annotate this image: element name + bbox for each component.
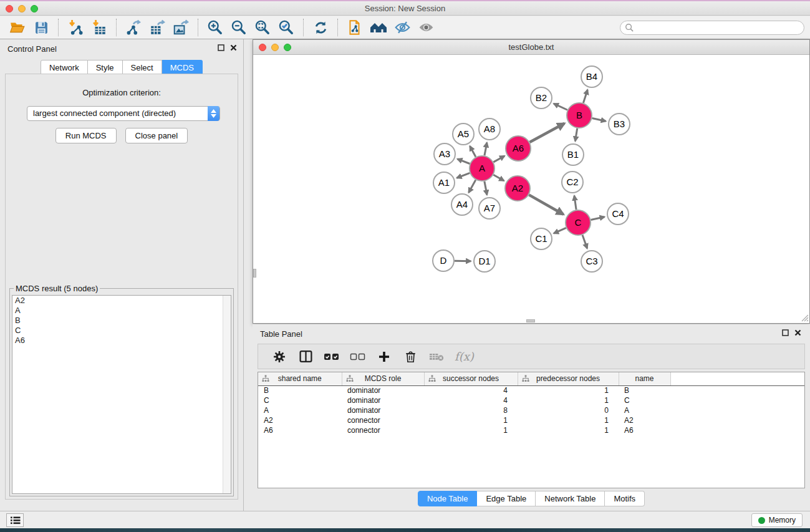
graph-node-A7[interactable]: A7	[479, 198, 500, 219]
zoom-in-icon[interactable]	[206, 18, 224, 37]
graph-edge-C-C2[interactable]	[574, 196, 576, 210]
run-mcds-button[interactable]: Run MCDS	[55, 128, 117, 143]
zoom-window-icon[interactable]	[31, 5, 38, 12]
graph-node-C[interactable]: C	[566, 210, 591, 235]
graph-node-A[interactable]: A	[470, 156, 494, 181]
cell-predecessor_nodes[interactable]: 1	[518, 395, 619, 405]
column-header-shared-name[interactable]: shared name	[258, 372, 342, 385]
graph-edge-B-B1[interactable]	[575, 128, 577, 142]
minimize-window-icon[interactable]	[18, 5, 26, 12]
table-row[interactable]: Bdominator41B	[258, 385, 804, 395]
mcds-result-item[interactable]: A2	[12, 296, 231, 306]
graph-node-C4[interactable]: C4	[607, 203, 629, 225]
graph-node-D[interactable]: D	[433, 250, 454, 271]
table-row[interactable]: Adominator80A	[258, 405, 804, 415]
cell-shared_name[interactable]: A	[258, 405, 342, 415]
graph-node-A3[interactable]: A3	[434, 143, 455, 165]
table-row[interactable]: A2connector11A2	[258, 415, 804, 425]
cell-name[interactable]: A6	[619, 425, 670, 435]
hide-selected-icon[interactable]	[393, 18, 412, 37]
memory-button[interactable]: Memory	[751, 513, 803, 527]
settings-icon[interactable]	[270, 347, 289, 366]
cell-shared_name[interactable]: A2	[258, 415, 342, 425]
import-network-icon[interactable]	[66, 18, 85, 37]
cell-mcds_role[interactable]: dominator	[342, 405, 424, 415]
graph-node-B4[interactable]: B4	[581, 66, 602, 87]
table-row[interactable]: A6connector11A6	[258, 425, 804, 435]
graph-node-C1[interactable]: C1	[531, 228, 552, 249]
graph-edge-B-B4[interactable]	[583, 90, 587, 103]
float-table-panel-icon[interactable]	[782, 329, 789, 336]
cell-successor_nodes[interactable]: 1	[424, 415, 518, 425]
zoom-network-window-icon[interactable]	[284, 44, 291, 51]
column-header-MCDS-role[interactable]: MCDS role	[342, 372, 424, 385]
graph-edge-A-A4[interactable]	[469, 180, 476, 192]
new-network-from-selection-icon[interactable]	[345, 18, 364, 37]
graph-edge-C-C3[interactable]	[582, 235, 587, 248]
delete-column-icon[interactable]	[401, 347, 420, 366]
column-view-icon[interactable]	[296, 347, 315, 366]
network-window-titlebar[interactable]: testGlobe.txt	[253, 40, 809, 55]
add-column-icon[interactable]	[375, 347, 393, 366]
graph-edge-A2-C[interactable]	[529, 195, 563, 214]
graph-edge-B-B2[interactable]	[554, 104, 567, 110]
export-image-icon[interactable]	[171, 18, 190, 37]
zoom-out-icon[interactable]	[229, 18, 248, 37]
cell-successor_nodes[interactable]: 4	[424, 385, 518, 395]
cell-mcds_role[interactable]: dominator	[342, 385, 424, 395]
tab-edge-table[interactable]: Edge Table	[477, 491, 536, 506]
export-table-icon[interactable]	[148, 18, 166, 37]
tab-motifs[interactable]: Motifs	[605, 491, 645, 506]
cell-predecessor_nodes[interactable]: 1	[518, 425, 619, 435]
graph-node-C3[interactable]: C3	[581, 251, 602, 272]
graph-edge-A-A2[interactable]	[493, 175, 504, 180]
close-panel-icon[interactable]	[230, 44, 237, 51]
graph-node-D1[interactable]: D1	[474, 251, 495, 272]
cell-name[interactable]: A	[619, 405, 670, 415]
cell-successor_nodes[interactable]: 4	[424, 395, 518, 405]
cell-successor_nodes[interactable]: 8	[424, 405, 518, 415]
mcds-result-item[interactable]: A6	[12, 336, 231, 346]
cell-name[interactable]: B	[619, 385, 670, 395]
graph-node-B2[interactable]: B2	[531, 87, 552, 109]
mcds-result-item[interactable]: C	[12, 326, 231, 336]
float-panel-icon[interactable]	[218, 44, 224, 51]
window-resize-grip[interactable]	[799, 312, 809, 322]
column-header-successor-nodes[interactable]: successor nodes	[424, 372, 518, 385]
tab-node-table[interactable]: Node Table	[418, 491, 478, 506]
graph-edge-A-A6[interactable]	[493, 156, 504, 162]
close-panel-button[interactable]: Close panel	[125, 128, 188, 143]
graph-edge-C-C1[interactable]	[554, 228, 566, 233]
cell-shared_name[interactable]: A6	[258, 425, 342, 435]
network-canvas[interactable]: B4B2BB3A8A5A6A3B1AC2A1A2A4A7C4CC1DD1C3	[253, 55, 809, 322]
task-history-button[interactable]	[6, 513, 24, 527]
import-table-icon[interactable]	[90, 18, 108, 37]
cell-mcds_role[interactable]: connector	[342, 415, 424, 425]
graph-node-B1[interactable]: B1	[562, 144, 584, 165]
show-hidden-icon[interactable]	[417, 18, 435, 37]
graph-node-A2[interactable]: A2	[505, 176, 530, 201]
zoom-fit-icon[interactable]	[253, 18, 272, 37]
graph-edge-A-A1[interactable]	[457, 173, 470, 178]
zoom-selected-icon[interactable]	[277, 18, 296, 37]
first-neighbors-icon[interactable]	[369, 18, 388, 37]
minimize-network-window-icon[interactable]	[271, 44, 279, 51]
cell-name[interactable]: A2	[619, 415, 670, 425]
cell-predecessor_nodes[interactable]: 1	[518, 385, 619, 395]
graph-node-B[interactable]: B	[567, 103, 592, 128]
close-table-panel-icon[interactable]	[794, 329, 801, 336]
graph-node-A1[interactable]: A1	[433, 172, 455, 193]
export-network-icon[interactable]	[124, 18, 143, 37]
cell-shared_name[interactable]: C	[258, 395, 342, 405]
graph-node-A4[interactable]: A4	[451, 194, 473, 215]
cell-name[interactable]: C	[619, 395, 670, 405]
graph-node-A8[interactable]: A8	[479, 118, 500, 140]
graph-edge-B-B3[interactable]	[592, 118, 606, 121]
mcds-list-scrollbar[interactable]	[223, 296, 231, 493]
close-window-icon[interactable]	[6, 5, 13, 12]
search-input[interactable]	[620, 21, 804, 35]
mcds-result-item[interactable]: A	[12, 306, 231, 316]
close-network-window-icon[interactable]	[259, 44, 266, 51]
canvas-vertical-scroll-thumb[interactable]	[253, 269, 256, 278]
graph-edge-A6-B[interactable]	[529, 123, 564, 142]
